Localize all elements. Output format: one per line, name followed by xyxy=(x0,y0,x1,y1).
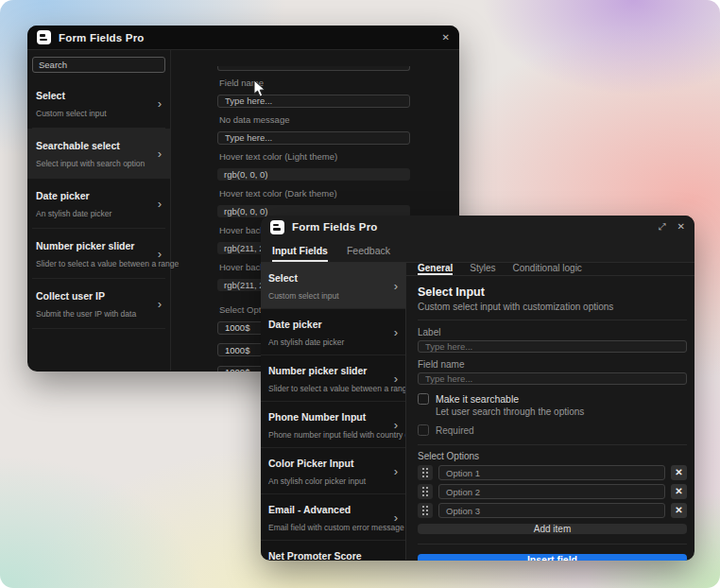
tab-styles[interactable]: Styles xyxy=(470,263,495,275)
front-window-title: Form Fields Pro xyxy=(292,221,378,233)
add-item-button[interactable]: Add item xyxy=(418,524,687,534)
hover-text-color-dark-label: Hover text color (Dark theme) xyxy=(219,188,410,199)
front-tabs: Input Fields Feedback xyxy=(261,238,694,263)
field-name-label: Field name xyxy=(219,78,410,88)
divider xyxy=(418,544,687,545)
form-fields-pro-logo-icon xyxy=(37,30,51,44)
make-searchable-description: Let user search through the options xyxy=(436,406,687,417)
field-name-input[interactable] xyxy=(418,372,687,385)
chevron-right-icon: › xyxy=(394,465,398,477)
option-1-input[interactable] xyxy=(438,465,665,480)
drag-handle-icon[interactable] xyxy=(418,465,433,480)
field-name-label: Field name xyxy=(418,359,687,370)
panel-subheading: Custom select input with customization o… xyxy=(418,302,687,312)
chevron-right-icon: › xyxy=(394,372,398,385)
label-input[interactable] xyxy=(418,340,687,353)
resize-icon[interactable]: ⤢ xyxy=(659,221,666,233)
field-name-input[interactable] xyxy=(217,95,410,108)
chevron-right-icon: › xyxy=(158,248,162,260)
back-sidebar-item-number-picker-slider[interactable]: Number picker sliderSlider to select a v… xyxy=(32,229,165,279)
chevron-right-icon: › xyxy=(394,326,398,338)
chevron-right-icon: › xyxy=(394,558,398,561)
front-settings-panel: General Styles Conditional logic Select … xyxy=(406,263,694,560)
back-sidebar: SelectCustom select input › Searchable s… xyxy=(27,50,171,371)
front-sidebar-item-phone-number-input[interactable]: Phone Number InputPhone number input fie… xyxy=(261,402,405,448)
partially-scrolled-input[interactable] xyxy=(217,66,410,71)
hover-text-color-light-input[interactable] xyxy=(217,168,410,181)
remove-option-icon[interactable]: ✕ xyxy=(671,484,687,499)
remove-option-icon[interactable]: ✕ xyxy=(671,503,687,518)
front-sidebar-item-date-picker[interactable]: Date pickerAn stylish date picker › xyxy=(261,309,405,355)
front-sidebar-item-net-promoter-score[interactable]: Net Promoter ScoreCollect feedback from … xyxy=(261,541,405,560)
label-field-label: Label xyxy=(418,327,687,337)
make-searchable-label: Make it searchable xyxy=(436,393,519,405)
plugin-window-front: Form Fields Pro ⤢ ✕ Input Fields Feedbac… xyxy=(261,216,694,561)
option-row: ✕ xyxy=(418,484,687,499)
front-sidebar: SelectCustom select input › Date pickerA… xyxy=(261,263,406,560)
make-searchable-checkbox[interactable] xyxy=(418,393,429,405)
drag-handle-icon[interactable] xyxy=(418,503,433,518)
option-2-input[interactable] xyxy=(438,484,665,499)
front-sidebar-item-select[interactable]: SelectCustom select input › xyxy=(261,263,405,309)
chevron-right-icon: › xyxy=(394,280,398,292)
back-window-title: Form Fields Pro xyxy=(59,32,145,43)
panel-tabs: General Styles Conditional logic xyxy=(406,263,694,276)
no-data-message-input[interactable] xyxy=(217,131,410,145)
remove-option-icon[interactable]: ✕ xyxy=(671,465,687,480)
chevron-right-icon: › xyxy=(158,97,162,110)
front-sidebar-item-email-advanced[interactable]: Email - AdvancedEmail field with custom … xyxy=(261,494,405,541)
chevron-right-icon: › xyxy=(394,511,398,524)
chevron-right-icon: › xyxy=(158,147,162,160)
back-search-input[interactable] xyxy=(32,57,165,73)
option-row: ✕ xyxy=(418,465,687,480)
option-row: ✕ xyxy=(418,503,687,518)
front-sidebar-item-number-picker-slider[interactable]: Number picker sliderSlider to select a v… xyxy=(261,355,405,402)
panel-heading: Select Input xyxy=(418,285,687,299)
insert-field-button[interactable]: Insert field xyxy=(418,554,687,561)
tab-general[interactable]: General xyxy=(418,263,453,275)
required-checkbox[interactable] xyxy=(418,424,429,436)
front-close-icon[interactable]: ✕ xyxy=(677,221,685,233)
tab-conditional-logic[interactable]: Conditional logic xyxy=(512,263,581,275)
back-sidebar-item-searchable-select[interactable]: Searchable selectSelect input with searc… xyxy=(27,129,170,179)
back-sidebar-item-date-picker[interactable]: Date pickerAn stylish date picker › xyxy=(32,179,165,229)
form-fields-pro-logo-icon xyxy=(270,220,284,234)
mouse-cursor xyxy=(253,79,266,97)
drag-handle-icon[interactable] xyxy=(418,484,433,499)
back-titlebar: Form Fields Pro ✕ xyxy=(27,26,459,50)
front-sidebar-item-color-picker-input[interactable]: Color Picker InputAn stylish color picke… xyxy=(261,448,405,494)
back-close-icon[interactable]: ✕ xyxy=(442,32,450,43)
tab-feedback[interactable]: Feedback xyxy=(347,238,390,262)
required-label: Required xyxy=(436,425,474,436)
tab-input-fields[interactable]: Input Fields xyxy=(272,238,328,262)
desktop-background: Form Fields Pro ✕ SelectCustom select in… xyxy=(0,0,720,588)
front-titlebar: Form Fields Pro ⤢ ✕ xyxy=(261,216,694,238)
chevron-right-icon: › xyxy=(158,298,162,310)
no-data-message-label: No data message xyxy=(219,114,410,125)
chevron-right-icon: › xyxy=(158,198,162,210)
divider xyxy=(418,320,687,320)
select-options-label: Select Options xyxy=(418,451,687,461)
divider xyxy=(418,444,687,445)
option-3-input[interactable] xyxy=(438,503,665,518)
hover-text-color-light-label: Hover text color (Light theme) xyxy=(219,151,410,162)
chevron-right-icon: › xyxy=(394,419,398,431)
back-sidebar-item-collect-user-ip[interactable]: Collect user IPSubmit the user IP with d… xyxy=(32,279,165,329)
back-sidebar-item-select[interactable]: SelectCustom select input › xyxy=(32,78,165,129)
